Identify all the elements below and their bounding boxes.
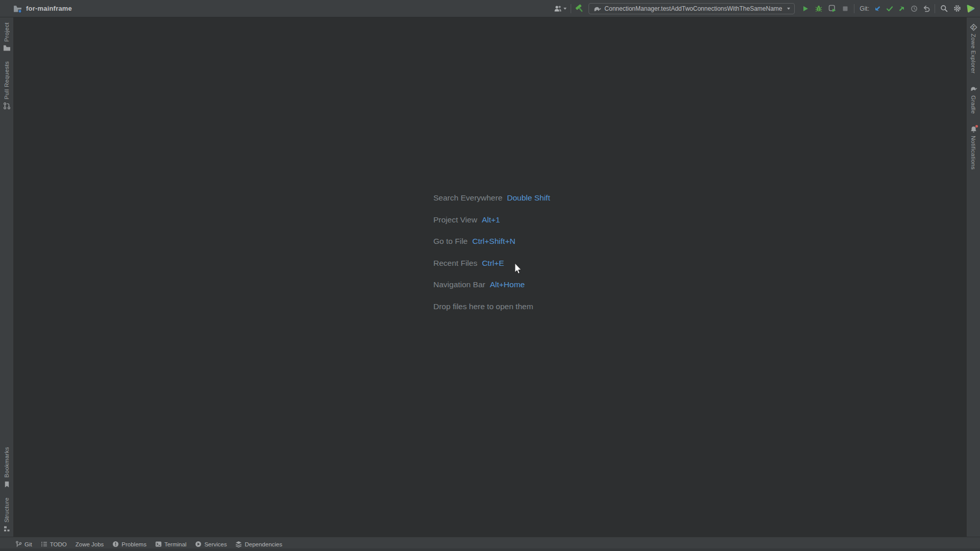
tool-button-zowe-jobs[interactable]: Zowe Jobs <box>76 541 104 547</box>
run-configuration-select[interactable]: ConnectionManager.testAddTwoConnectionsW… <box>589 3 795 14</box>
tool-button-todo[interactable]: TODO <box>41 541 67 547</box>
users-icon <box>553 5 562 13</box>
debug-button[interactable] <box>812 3 825 15</box>
tool-button-project[interactable]: Project <box>3 22 11 52</box>
update-arrow-icon <box>874 5 881 12</box>
tool-button-problems[interactable]: Problems <box>112 541 146 547</box>
ide-features-button[interactable] <box>964 3 977 15</box>
tool-button-dependencies[interactable]: Dependencies <box>235 541 282 547</box>
git-label: Git: <box>856 5 871 12</box>
run-configuration-name: ConnectionManager.testAddTwoConnectionsW… <box>604 5 784 12</box>
ide-window: for-mainframe ConnectionManager.testAddT… <box>0 0 980 551</box>
run-play-icon <box>802 5 809 12</box>
pull-request-icon <box>3 102 11 110</box>
toolbar-separator <box>571 4 571 13</box>
search-icon <box>940 5 948 12</box>
dependencies-icon <box>235 541 242 547</box>
gradle-icon <box>593 5 601 12</box>
shortcut-row: Navigation Bar Alt+Home <box>433 280 550 302</box>
editor-empty-area: Search Everywhere Double Shift Project V… <box>14 17 966 537</box>
undo-icon <box>923 5 930 12</box>
code-with-me-users-button[interactable] <box>551 3 569 15</box>
tool-button-notifications[interactable]: Notifications <box>970 126 977 170</box>
clock-icon <box>911 5 918 12</box>
services-icon <box>195 541 202 547</box>
tool-button-bookmarks[interactable]: Bookmarks <box>3 447 11 488</box>
tool-button-terminal[interactable]: Terminal <box>155 541 186 547</box>
profiler-button[interactable] <box>825 3 839 15</box>
shortcut-row: Recent Files Ctrl+E <box>433 259 550 281</box>
chevron-down-icon <box>787 8 790 10</box>
settings-button[interactable] <box>950 3 964 15</box>
chevron-down-icon <box>564 8 567 10</box>
hammer-icon <box>575 4 584 13</box>
title-bar: for-mainframe ConnectionManager.testAddT… <box>0 0 980 17</box>
folder-icon <box>3 44 11 52</box>
tool-button-structure[interactable]: Structure <box>3 497 11 533</box>
git-push-button[interactable] <box>896 3 908 15</box>
toolbar-separator <box>854 4 854 13</box>
terminal-icon <box>155 541 162 547</box>
commit-check-icon <box>886 5 893 12</box>
stop-icon <box>842 6 848 12</box>
search-everywhere-button[interactable] <box>937 3 950 15</box>
push-arrow-icon <box>898 5 905 12</box>
notifications-bell-icon <box>970 126 977 133</box>
shortcut-row: Project View Alt+1 <box>433 215 550 237</box>
drop-files-hint: Drop files here to open them <box>433 302 550 324</box>
git-rollback-button[interactable] <box>920 3 933 15</box>
gear-icon <box>953 5 961 12</box>
shortcut-row: Search Everywhere Double Shift <box>433 193 550 215</box>
bottom-tool-bar: Git TODO Zowe Jobs Problems Terminal Ser… <box>0 537 980 551</box>
gradle-icon <box>970 85 977 93</box>
keyboard-shortcuts-panel: Search Everywhere Double Shift Project V… <box>433 193 550 323</box>
notification-badge <box>975 125 978 128</box>
profiler-icon <box>828 5 836 12</box>
debug-bug-icon <box>815 5 822 12</box>
mouse-cursor <box>513 263 523 274</box>
project-folder-icon <box>13 5 22 13</box>
bookmark-icon <box>3 481 11 488</box>
tool-button-gradle[interactable]: Gradle <box>970 85 977 114</box>
tool-button-services[interactable]: Services <box>195 541 227 547</box>
colorful-triangle-icon <box>966 4 975 13</box>
tool-button-git[interactable]: Git <box>15 541 32 547</box>
build-project-button[interactable] <box>573 3 586 15</box>
tool-button-pull-requests[interactable]: Pull Requests <box>3 61 11 110</box>
shortcut-row: Go to File Ctrl+Shift+N <box>433 237 550 259</box>
project-title: for-mainframe <box>26 5 72 12</box>
structure-icon <box>3 525 11 533</box>
todo-list-icon <box>41 541 47 547</box>
run-button[interactable] <box>799 3 812 15</box>
right-tool-stripe: Z Zowe Explorer Gradle Notifications <box>966 17 980 537</box>
tool-button-zowe-explorer[interactable]: Z Zowe Explorer <box>970 23 977 73</box>
problems-icon <box>112 541 119 547</box>
git-update-project-button[interactable] <box>871 3 884 15</box>
git-history-button[interactable] <box>908 3 920 15</box>
git-branch-icon <box>15 541 22 547</box>
left-tool-stripe: Project Pull Requests Bookmarks Structur… <box>0 17 14 537</box>
git-commit-button[interactable] <box>884 3 896 15</box>
zowe-explorer-icon: Z <box>970 23 977 31</box>
stop-button[interactable] <box>839 3 852 15</box>
toolbar-separator <box>935 4 935 13</box>
